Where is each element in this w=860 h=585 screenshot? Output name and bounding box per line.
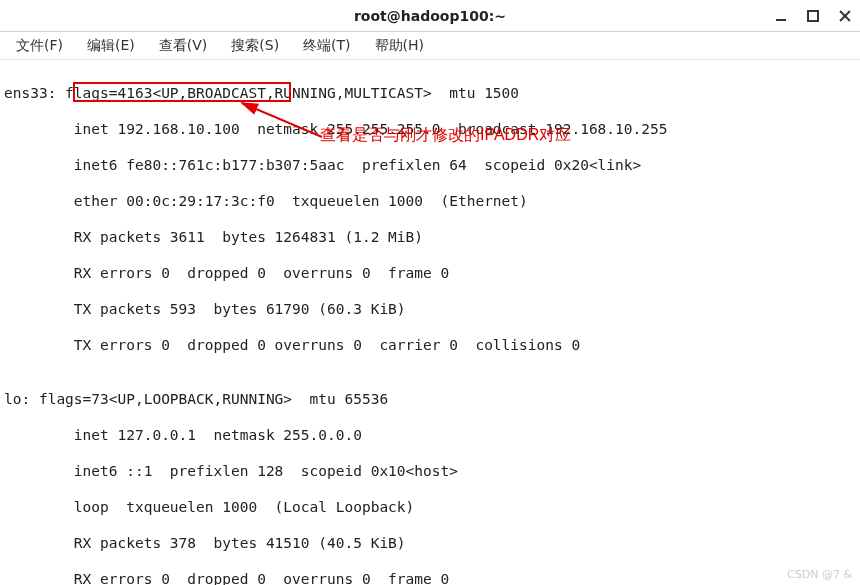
window-controls bbox=[774, 0, 852, 31]
window-title: root@hadoop100:~ bbox=[354, 8, 506, 24]
close-button[interactable] bbox=[838, 9, 852, 23]
menu-search[interactable]: 搜索(S) bbox=[227, 35, 283, 57]
output-line: RX errors 0 dropped 0 overruns 0 frame 0 bbox=[4, 570, 856, 585]
output-line: RX packets 378 bytes 41510 (40.5 KiB) bbox=[4, 534, 856, 552]
output-line: RX packets 3611 bytes 1264831 (1.2 MiB) bbox=[4, 228, 856, 246]
output-line: TX errors 0 dropped 0 overruns 0 carrier… bbox=[4, 336, 856, 354]
menubar: 文件(F) 编辑(E) 查看(V) 搜索(S) 终端(T) 帮助(H) bbox=[0, 32, 860, 60]
titlebar: root@hadoop100:~ bbox=[0, 0, 860, 32]
menu-file[interactable]: 文件(F) bbox=[12, 35, 67, 57]
output-line: inet 127.0.0.1 netmask 255.0.0.0 bbox=[4, 426, 856, 444]
svg-rect-1 bbox=[808, 11, 818, 21]
output-line: inet6 ::1 prefixlen 128 scopeid 0x10<hos… bbox=[4, 462, 856, 480]
minimize-button[interactable] bbox=[774, 9, 788, 23]
menu-edit[interactable]: 编辑(E) bbox=[83, 35, 139, 57]
terminal-output[interactable]: ens33: flags=4163<UP,BROADCAST,RUNNING,M… bbox=[0, 60, 860, 585]
output-line: inet6 fe80::761c:b177:b307:5aac prefixle… bbox=[4, 156, 856, 174]
output-line: loop txqueuelen 1000 (Local Loopback) bbox=[4, 498, 856, 516]
menu-help[interactable]: 帮助(H) bbox=[371, 35, 428, 57]
menu-terminal[interactable]: 终端(T) bbox=[299, 35, 354, 57]
output-line: TX packets 593 bytes 61790 (60.3 KiB) bbox=[4, 300, 856, 318]
output-line: ether 00:0c:29:17:3c:f0 txqueuelen 1000 … bbox=[4, 192, 856, 210]
menu-view[interactable]: 查看(V) bbox=[155, 35, 212, 57]
output-line: RX errors 0 dropped 0 overruns 0 frame 0 bbox=[4, 264, 856, 282]
output-line: lo: flags=73<UP,LOOPBACK,RUNNING> mtu 65… bbox=[4, 390, 856, 408]
output-line: ens33: flags=4163<UP,BROADCAST,RUNNING,M… bbox=[4, 84, 856, 102]
watermark: CSDN @7 & bbox=[787, 568, 852, 581]
maximize-button[interactable] bbox=[806, 9, 820, 23]
output-line: inet 192.168.10.100 netmask 255.255.255.… bbox=[4, 120, 856, 138]
